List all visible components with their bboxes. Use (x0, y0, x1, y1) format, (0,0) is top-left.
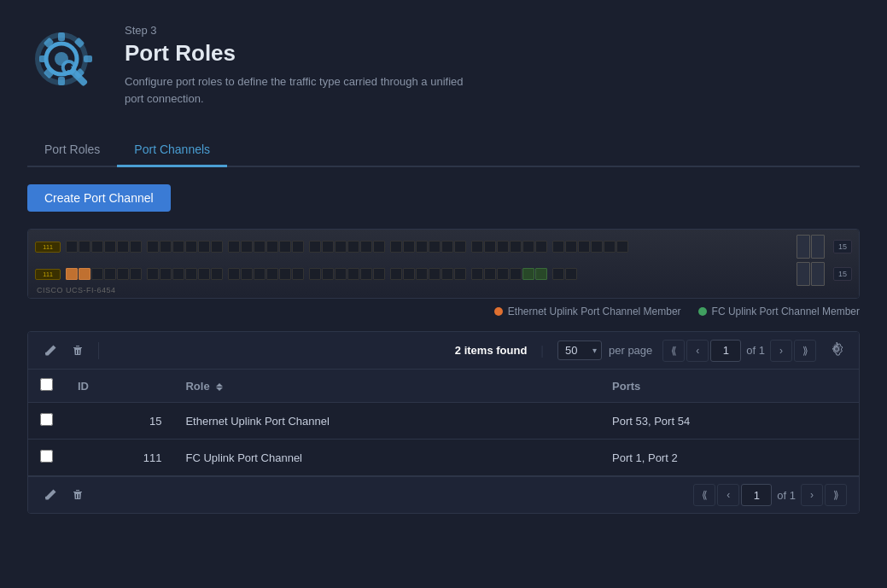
create-port-channel-button[interactable]: Create Port Channel (27, 184, 171, 212)
legend-ethernet: Ethernet Uplink Port Channel Member (494, 306, 681, 317)
prev-page-btn-top[interactable]: ‹ (686, 340, 709, 362)
delete-button-bottom[interactable] (67, 485, 88, 505)
edit-button-top[interactable] (40, 341, 61, 361)
row-checkbox-cell-2 (28, 440, 66, 476)
tabs: Port Roles Port Channels (27, 134, 860, 167)
page-input-top[interactable] (710, 340, 741, 362)
first-page-btn-bottom[interactable]: ⟪ (693, 484, 715, 506)
port-number-15-right: 15 (833, 240, 852, 253)
table-header-row: ID Role Ports (28, 370, 859, 403)
step-label: Step 3 (125, 24, 466, 37)
port-label-111-top: 111 (35, 242, 61, 253)
legend-fc-dot (698, 307, 707, 316)
row-checkbox-2[interactable] (40, 450, 53, 463)
table-body: 15 Ethernet Uplink Port Channel Port 53,… (28, 403, 859, 476)
row-id-2: 111 (66, 440, 173, 476)
sort-icon-role (216, 383, 223, 391)
page-of-top: of 1 (746, 344, 765, 357)
page-description: Configure port roles to define the traff… (125, 73, 466, 107)
table-container: 2 items found | 50 10 25 100 per page ⟪ … (27, 331, 860, 514)
legend-ethernet-label: Ethernet Uplink Port Channel Member (508, 306, 681, 317)
edit-button-bottom[interactable] (40, 485, 61, 505)
page-title: Port Roles (125, 40, 466, 67)
header-checkbox-cell (28, 370, 66, 403)
page-input-bottom[interactable] (741, 484, 772, 506)
per-page-label: per page (609, 344, 652, 357)
legend: Ethernet Uplink Port Channel Member FC U… (27, 306, 860, 317)
header-ports: Ports (600, 370, 859, 403)
page-of-bottom: of 1 (777, 489, 796, 502)
tab-port-roles[interactable]: Port Roles (27, 134, 117, 167)
row-id-1: 15 (66, 403, 173, 440)
legend-fc: FC Uplink Port Channel Member (698, 306, 860, 317)
legend-fc-label: FC Uplink Port Channel Member (712, 306, 860, 317)
row-checkbox-1[interactable] (40, 413, 53, 426)
toolbar-divider (98, 342, 99, 359)
row-role-2: FC Uplink Port Channel (173, 440, 600, 476)
tab-port-channels[interactable]: Port Channels (117, 134, 227, 167)
row-ports-2: Port 1, Port 2 (600, 440, 859, 476)
svg-rect-5 (84, 55, 92, 62)
bottom-toolbar: ⟪ ‹ of 1 › ⟫ (28, 476, 859, 513)
data-table: ID Role Ports 15 (28, 370, 859, 476)
next-page-btn-top[interactable]: › (770, 340, 792, 362)
table-row: 111 FC Uplink Port Channel Port 1, Port … (28, 440, 859, 476)
per-page-wrapper: 50 10 25 100 (557, 341, 602, 360)
svg-rect-2 (58, 32, 65, 41)
header-id: ID (66, 370, 173, 403)
row-role-1: Ethernet Uplink Port Channel (173, 403, 600, 440)
port-label-111-bottom: 111 (35, 269, 61, 280)
first-page-btn-top[interactable]: ⟪ (662, 340, 685, 362)
row-ports-1: Port 53, Port 54 (600, 403, 859, 440)
step-icon (27, 20, 104, 97)
legend-ethernet-dot (494, 307, 503, 316)
items-found: 2 items found (455, 344, 528, 357)
device-diagram: 111 (27, 229, 860, 299)
page-header: Step 3 Port Roles Configure port roles t… (27, 20, 860, 107)
top-toolbar: 2 items found | 50 10 25 100 per page ⟪ … (28, 332, 859, 370)
per-page-select[interactable]: 50 10 25 100 (557, 341, 602, 360)
settings-button[interactable] (826, 339, 847, 362)
last-page-btn-bottom[interactable]: ⟫ (825, 484, 847, 506)
select-all-checkbox[interactable] (40, 378, 53, 391)
row-checkbox-cell-1 (28, 403, 66, 440)
pagination-top: ⟪ ‹ of 1 › ⟫ (662, 340, 816, 362)
header-role[interactable]: Role (173, 370, 600, 403)
header-text: Step 3 Port Roles Configure port roles t… (125, 20, 466, 107)
svg-rect-4 (39, 55, 48, 62)
next-page-btn-bottom[interactable]: › (801, 484, 823, 506)
pagination-bottom: ⟪ ‹ of 1 › ⟫ (693, 484, 847, 506)
table-row: 15 Ethernet Uplink Port Channel Port 53,… (28, 403, 859, 440)
prev-page-btn-bottom[interactable]: ‹ (717, 484, 739, 506)
svg-rect-3 (58, 77, 65, 85)
last-page-btn-top[interactable]: ⟫ (794, 340, 816, 362)
delete-button-top[interactable] (67, 341, 88, 361)
port-number-15-bottom: 15 (833, 267, 852, 281)
device-label: CISCO UCS-FI-6454 (37, 286, 116, 294)
